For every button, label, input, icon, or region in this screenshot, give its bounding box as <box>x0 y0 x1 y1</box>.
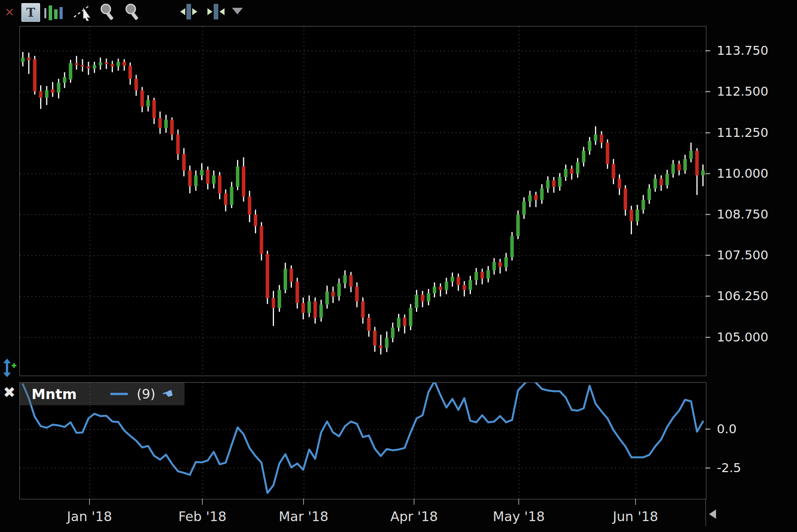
axis-tick <box>706 429 710 430</box>
candlestick-bar <box>152 98 156 124</box>
candlestick-bar <box>618 174 621 195</box>
candlestick-bar <box>612 159 615 184</box>
axis-tick <box>89 499 90 505</box>
candlestick-bar <box>212 170 216 188</box>
indicator-close-icon[interactable]: ✖ <box>3 385 16 400</box>
candlestick-bar <box>671 160 675 177</box>
candlestick-bar <box>164 115 168 133</box>
candlestick-bar <box>660 175 663 191</box>
candlestick-bar <box>588 137 592 154</box>
candlestick-bar <box>230 182 233 208</box>
axis-tick <box>706 173 710 174</box>
candlestick-bar <box>534 192 538 207</box>
candlestick-bar <box>51 82 54 97</box>
candlestick-bar <box>224 189 227 211</box>
candlestick-bar <box>510 232 514 261</box>
candlestick-bar <box>33 56 37 94</box>
price-chart-canvas <box>20 26 706 376</box>
time-axis-label: May '18 <box>493 509 545 524</box>
candlestick-bar <box>349 272 353 292</box>
candlestick-bar <box>116 58 120 70</box>
candlestick-bar <box>128 63 132 85</box>
candlestick-bar <box>391 323 395 342</box>
candlestick-bar <box>290 265 293 287</box>
candlestick-bar <box>522 197 526 219</box>
zoom-out-tool-button[interactable] <box>123 2 142 23</box>
time-axis-label: Jun '18 <box>613 509 658 524</box>
candlestick-bar <box>415 290 418 312</box>
candlestick-bar <box>355 282 359 307</box>
candlestick-bar <box>451 273 454 287</box>
candlestick-bar <box>540 184 544 204</box>
candlestick-bar <box>21 52 25 66</box>
autoscale-updown-icon <box>3 359 16 377</box>
trendline-tool-button[interactable] <box>73 3 93 23</box>
candlestick-bar <box>373 327 377 352</box>
candlestick-bar <box>123 59 126 70</box>
indicator-name: Mntm <box>32 386 77 402</box>
candlestick-bar <box>81 59 84 72</box>
candlestick-bar <box>433 282 436 298</box>
candlestick-bar <box>564 164 567 181</box>
candlestick-bar <box>439 284 442 297</box>
price-axis-label: 105.000 <box>717 330 768 345</box>
candlestick-bar <box>170 117 174 140</box>
candlestick-bar <box>98 58 102 70</box>
candlestick-bar <box>689 143 693 162</box>
candlestick-bar <box>367 314 370 337</box>
candlestick-bar <box>45 86 48 105</box>
candlestick-bar <box>504 253 508 271</box>
trendline-cursor-icon <box>73 3 93 21</box>
candlestick-bar <box>93 62 96 73</box>
indicator-legend: Mntm (9) ☚ <box>20 383 184 405</box>
candlestick-bar <box>630 206 633 234</box>
time-axis-label: Feb '18 <box>178 509 226 524</box>
price-chart-panel[interactable] <box>19 26 706 376</box>
axis-tick <box>635 499 636 505</box>
text-tool-button[interactable]: T <box>21 3 40 22</box>
candlestick-bar <box>546 176 549 192</box>
candlestick-bar <box>260 222 263 260</box>
axis-tick <box>706 214 710 215</box>
candlestick-bar <box>75 56 78 70</box>
candlestick-bar <box>421 291 424 307</box>
candlestick-bar <box>63 72 66 88</box>
candlestick-bar <box>295 278 299 308</box>
candlestick-bar <box>272 291 275 326</box>
price-axis-label: 113.750 <box>717 43 768 58</box>
dropdown-arrow-icon <box>232 8 243 14</box>
price-axis-label: 111.250 <box>717 125 768 140</box>
candlestick-bar <box>528 191 532 207</box>
candlestick-bar <box>206 166 209 189</box>
candlestick-bar <box>218 172 221 200</box>
dropdown-arrow-button[interactable] <box>232 8 243 14</box>
candlestick-bar <box>194 170 198 191</box>
candlestick-bar <box>594 126 597 145</box>
zoom-in-icon <box>98 2 118 22</box>
candlestick-bar <box>176 130 180 160</box>
candlestick-bar <box>337 278 341 301</box>
price-axis-label: 107.500 <box>717 248 768 262</box>
candlestick-bar <box>474 268 478 285</box>
expand-bars-button[interactable] <box>180 4 197 19</box>
momentum-axis-label: -2.5 <box>717 460 741 475</box>
candlestick-bar <box>277 285 281 312</box>
bar-chart-tool-button[interactable] <box>44 5 65 23</box>
candlestick-bar <box>69 60 72 83</box>
candlestick-bar <box>361 298 365 324</box>
contract-bars-button[interactable] <box>207 4 225 19</box>
candlestick-bar <box>284 263 287 293</box>
candlestick-bar <box>409 304 413 330</box>
candlestick-bar <box>182 148 186 176</box>
candlestick-bar <box>302 298 305 319</box>
drag-hand-icon[interactable]: ☚ <box>160 385 176 402</box>
candlestick-bar <box>385 331 388 352</box>
close-icon[interactable]: ✕ <box>5 5 14 19</box>
candlestick-bar <box>665 170 669 189</box>
axis-tick <box>706 255 710 256</box>
autoscale-button[interactable] <box>3 359 16 379</box>
scroll-left-arrow-icon[interactable] <box>709 509 716 519</box>
zoom-in-tool-button[interactable] <box>98 2 118 23</box>
candlestick-bar <box>570 166 574 180</box>
expand-left-arrow-icon <box>180 8 185 15</box>
